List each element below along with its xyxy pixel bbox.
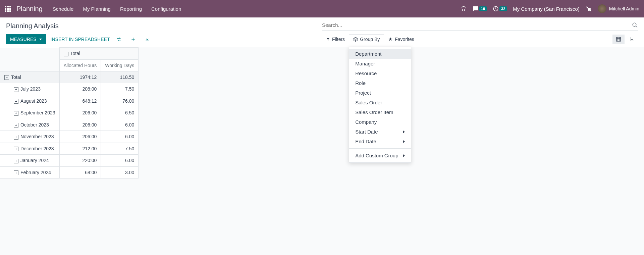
row-header[interactable]: +December 2023 <box>0 143 60 155</box>
pivot-cell: 76.00 <box>101 95 139 107</box>
row-header[interactable]: +November 2023 <box>0 131 60 143</box>
pivot-cell: 7.50 <box>101 83 139 95</box>
filters-label: Filters <box>332 37 345 42</box>
pivot-corner <box>0 48 60 71</box>
favorites-toggle[interactable]: Favorites <box>384 35 418 44</box>
search-bar[interactable] <box>322 21 638 31</box>
pivot-table: +Total Allocated Hours Working Days −Tot… <box>0 47 139 178</box>
graph-view-button[interactable] <box>626 35 638 44</box>
messages-icon[interactable]: 10 <box>473 6 487 12</box>
groupby-dropdown: DepartmentManagerResourceRoleProjectSale… <box>349 47 411 163</box>
search-input[interactable] <box>322 21 632 29</box>
phone-icon[interactable] <box>461 6 467 12</box>
svg-point-1 <box>633 23 636 27</box>
svg-line-2 <box>636 26 637 28</box>
avatar <box>598 4 606 13</box>
pivot-cell: 6.00 <box>101 119 139 131</box>
debug-icon[interactable] <box>586 6 592 12</box>
activities-icon[interactable]: 32 <box>493 6 507 12</box>
groupby-item-manager[interactable]: Manager <box>349 59 411 68</box>
plus-icon: + <box>14 159 18 163</box>
messages-badge: 10 <box>479 6 487 11</box>
apps-icon[interactable] <box>5 6 11 12</box>
measures-button[interactable]: MEASURES <box>6 34 46 44</box>
groupby-item-resource[interactable]: Resource <box>349 68 411 78</box>
row-header[interactable]: +January 2024 <box>0 155 60 167</box>
plus-icon: + <box>14 135 18 140</box>
pivot-cell: 118.50 <box>101 71 139 83</box>
row-header[interactable]: +August 2023 <box>0 95 60 107</box>
chevron-right-icon <box>403 154 405 157</box>
plus-icon: + <box>14 87 18 92</box>
minus-icon: − <box>4 75 9 80</box>
nav-my-planning[interactable]: My Planning <box>83 6 111 12</box>
nav-schedule[interactable]: Schedule <box>53 6 74 12</box>
pivot-cell: 6.00 <box>101 155 139 167</box>
app-title[interactable]: Planning <box>16 5 43 13</box>
user-name: Mitchell Admin <box>609 6 639 11</box>
filters-toggle[interactable]: Filters <box>322 35 349 44</box>
plus-icon: + <box>14 111 18 116</box>
plus-icon: + <box>14 123 18 128</box>
insert-spreadsheet-button[interactable]: INSERT IN SPREADSHEET <box>51 37 110 42</box>
download-icon[interactable] <box>143 35 152 43</box>
star-icon <box>388 37 393 42</box>
groupby-add-custom[interactable]: Add Custom Group <box>349 151 411 160</box>
flip-axis-icon[interactable] <box>114 35 124 43</box>
pivot-cell: 6.00 <box>101 131 139 143</box>
pivot-cell: 3.00 <box>101 166 139 178</box>
company-selector[interactable]: My Company (San Francisco) <box>513 6 579 12</box>
pivot-cell: 212:00 <box>59 143 101 155</box>
plus-icon: + <box>14 147 18 151</box>
measure-allocated-hours[interactable]: Allocated Hours <box>59 59 101 71</box>
groupby-label: Group By <box>360 37 380 42</box>
groupby-item-department[interactable]: Department <box>349 49 411 59</box>
row-header[interactable]: +September 2023 <box>0 107 60 119</box>
measure-working-days[interactable]: Working Days <box>101 59 139 71</box>
favorites-label: Favorites <box>395 37 414 42</box>
user-menu[interactable]: Mitchell Admin <box>598 4 639 13</box>
main-nav: Schedule My Planning Reporting Configura… <box>53 6 461 12</box>
caret-down-icon <box>39 39 42 40</box>
topbar: Planning Schedule My Planning Reporting … <box>0 0 644 17</box>
row-total-header[interactable]: −Total <box>0 71 60 83</box>
control-panel: Planning Analysis MEASURES INSERT IN SPR… <box>0 17 644 47</box>
search-icon[interactable] <box>632 22 638 28</box>
col-total-header[interactable]: +Total <box>59 48 139 60</box>
groupby-item-role[interactable]: Role <box>349 78 411 88</box>
activities-badge: 32 <box>499 6 507 11</box>
row-header[interactable]: +February 2024 <box>0 166 60 178</box>
filter-icon <box>326 37 330 41</box>
pivot-cell: 208:00 <box>59 83 101 95</box>
chevron-right-icon <box>403 131 405 133</box>
groupby-item-start-date[interactable]: Start Date <box>349 127 411 137</box>
nav-configuration[interactable]: Configuration <box>151 6 181 12</box>
row-header[interactable]: +October 2023 <box>0 119 60 131</box>
divider <box>349 148 411 149</box>
groupby-item-end-date[interactable]: End Date <box>349 137 411 146</box>
pivot-cell: 68:00 <box>59 166 101 178</box>
pivot-cell: 7.50 <box>101 143 139 155</box>
groupby-item-project[interactable]: Project <box>349 88 411 98</box>
row-header[interactable]: +July 2023 <box>0 83 60 95</box>
topbar-right: 10 32 My Company (San Francisco) Mitchel… <box>461 4 639 13</box>
layers-icon <box>353 37 358 42</box>
pivot-cell: 648:12 <box>59 95 101 107</box>
measures-label: MEASURES <box>10 37 37 42</box>
groupby-item-sales-order[interactable]: Sales Order <box>349 98 411 107</box>
pivot-cell: 206:00 <box>59 107 101 119</box>
pivot-cell: 6.50 <box>101 107 139 119</box>
pivot-cell: 220:00 <box>59 155 101 167</box>
groupby-toggle[interactable]: Group By <box>349 34 384 44</box>
pivot-view-button[interactable] <box>612 35 625 44</box>
svg-rect-3 <box>616 37 621 41</box>
groupby-item-company[interactable]: Company <box>349 117 411 127</box>
groupby-item-sales-order-item[interactable]: Sales Order Item <box>349 107 411 117</box>
expand-all-icon[interactable] <box>128 35 138 43</box>
pivot-cell: 206:00 <box>59 119 101 131</box>
pivot-area: +Total Allocated Hours Working Days −Tot… <box>0 47 644 178</box>
pivot-cell: 206:00 <box>59 131 101 143</box>
page-title: Planning Analysis <box>6 22 322 30</box>
plus-icon: + <box>14 99 18 104</box>
nav-reporting[interactable]: Reporting <box>120 6 142 12</box>
